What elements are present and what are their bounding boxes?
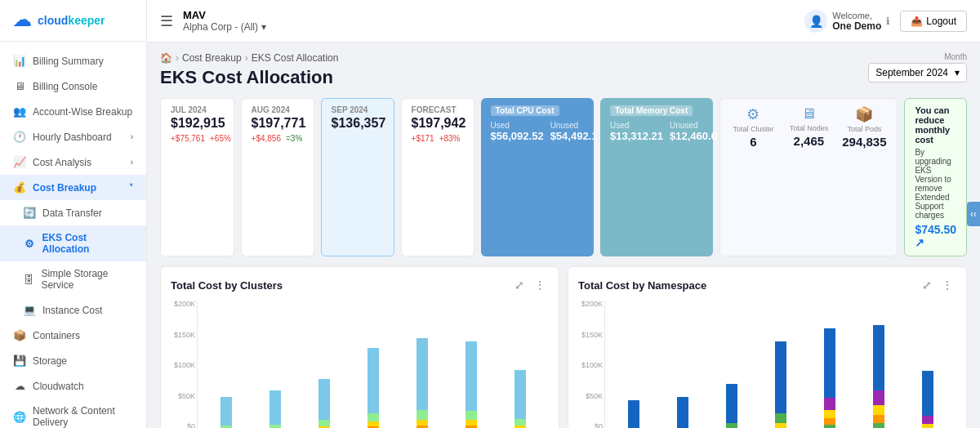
unused-label: Unused [550, 121, 598, 130]
left-chart-panel: Total Cost by Clusters ⤢ ⋮ $200K $150K $… [160, 266, 559, 428]
sidebar-item-cloudwatch[interactable]: ☁ Cloudwatch [0, 373, 146, 399]
metric-card-forecast: FORECAST $197,942 +$171 +83% [401, 98, 474, 256]
bar-segment [416, 338, 428, 410]
sidebar-item-storage[interactable]: 💾 Storage [0, 348, 146, 373]
right-expand-button[interactable]: ‹‹ [967, 202, 980, 226]
more-button[interactable]: ⋮ [938, 277, 956, 293]
sidebar-item-network[interactable]: 🌐 Network & Content Delivery [0, 399, 146, 428]
sidebar-item-billing-console[interactable]: 🖥 Billing Console [0, 74, 146, 99]
mc-change: +$171 +83% [412, 134, 464, 143]
bar-segment [514, 419, 526, 426]
breadcrumb-level1[interactable]: Cost Breakup [182, 52, 242, 64]
cpu-card-title: Total CPU Cost [491, 105, 559, 116]
bar-segment [775, 423, 786, 428]
bar-segment [466, 411, 477, 420]
y-label: $0 [171, 422, 195, 428]
y-axis-right: $200K $150K $100K $50K $0 [578, 300, 603, 428]
expand-button[interactable]: ⤢ [919, 277, 935, 293]
sidebar-item-label: Hourly Dashboard [33, 132, 112, 143]
bar-segment [873, 415, 884, 423]
info-icon[interactable]: ℹ [886, 16, 890, 27]
more-button[interactable]: ⋮ [531, 277, 549, 293]
mc-period: JUL 2024 [171, 105, 224, 114]
left-chart-title: Total Cost by Clusters [171, 279, 283, 292]
sidebar-item-cost-analysis[interactable]: 📈 Cost Analysis › [0, 149, 146, 175]
used-label: Used [610, 121, 663, 130]
change-pct: +83% [439, 134, 461, 143]
metric-card-sep: SEP 2024 $136,357 [321, 98, 394, 256]
container-icon: 📦 [13, 329, 26, 341]
y-label: $200K [171, 300, 195, 308]
metric-card-aug: AUG 2024 $197,771 +$4,856 =3% [241, 98, 314, 256]
bar-segment [873, 390, 884, 405]
sep1: › [176, 52, 179, 64]
bar-segment [775, 413, 786, 423]
mc-value: $197,942 [412, 116, 464, 131]
sidebar-item-label: Cloudwatch [33, 381, 84, 392]
mc-value: $192,915 [171, 116, 224, 131]
bar-segment [677, 397, 688, 428]
bar-segment [416, 410, 428, 420]
sidebar-item-s3[interactable]: 🗄 Simple Storage Service [0, 261, 146, 297]
right-bars [604, 300, 956, 428]
avatar: 👤 [804, 10, 827, 33]
bar-segment [466, 420, 477, 426]
org-selector[interactable]: Alpha Corp - (All) ▾ [183, 21, 266, 33]
mc-period: AUG 2024 [252, 105, 304, 114]
welcome-block: Welcome, One Demo [832, 11, 881, 32]
sidebar-item-hourly-dashboard[interactable]: 🕐 Hourly Dashboard › [0, 124, 146, 149]
bar-group [857, 325, 901, 428]
header-brand: MAV Alpha Corp - (All) ▾ [183, 9, 266, 33]
mem-used: Used $13,312.21 [610, 121, 663, 142]
month-value: September 2024 [875, 67, 948, 78]
sidebar-item-containers[interactable]: 📦 Containers [0, 323, 146, 348]
bar-group [661, 397, 705, 428]
bar-segment [824, 398, 835, 410]
external-link-icon: ↗ [915, 236, 924, 249]
sidebar-item-instance-cost[interactable]: 💻 Instance Cost [0, 297, 146, 323]
sidebar-item-account-wise[interactable]: 👥 Account-Wise Breakup [0, 99, 146, 124]
home-icon[interactable]: 🏠 [160, 52, 172, 64]
bar-segment [368, 413, 379, 421]
cluster-label: Total Cluster [733, 125, 773, 133]
month-select-dropdown[interactable]: September 2024 ▾ [868, 63, 967, 82]
bar-segment [368, 348, 379, 413]
total-pods: 📦 Total Pods 294,835 [840, 105, 889, 249]
dropdown-icon: ▾ [261, 21, 266, 33]
right-chart-area: $200K $150K $100K $50K $0 [578, 300, 956, 428]
logout-button[interactable]: 📤 Logout [900, 11, 967, 32]
change-pct: +65% [210, 134, 231, 143]
sidebar-item-data-transfer[interactable]: 🔄 Data Transfer [0, 200, 146, 225]
logo-icon: ☁ [13, 10, 31, 31]
main-content: ☰ MAV Alpha Corp - (All) ▾ 👤 Welcome, On… [147, 0, 980, 428]
chart-icon: 📊 [13, 55, 26, 67]
breadcrumb-level2: EKS Cost Allocation [252, 52, 339, 64]
bar-segment [824, 410, 835, 418]
bar-segment [824, 328, 835, 398]
sidebar-item-billing-summary[interactable]: 📊 Billing Summary [0, 48, 146, 74]
chevron-down-icon: ˅ [129, 183, 133, 192]
mc-period: FORECAST [412, 105, 464, 114]
pods-value: 294,835 [842, 135, 886, 149]
change-abs: +$171 [412, 134, 434, 143]
sidebar-item-label: Network & Content Delivery [33, 405, 133, 428]
mem-inner: Used $13,312.21 Unused $12,460.6 [610, 121, 703, 142]
charts-row: Total Cost by Clusters ⤢ ⋮ $200K $150K $… [160, 266, 967, 428]
right-chart-actions: ⤢ ⋮ [919, 277, 956, 293]
bar-segment [466, 341, 477, 411]
logout-icon: 📤 [911, 16, 923, 27]
change-abs: +$4,856 [252, 134, 281, 143]
sidebar-item-eks[interactable]: ⚙ EKS Cost Allocation [0, 225, 146, 261]
bar-segment [922, 416, 933, 424]
bar-group [253, 390, 297, 428]
promo-value[interactable]: $745.50 ↗ [915, 223, 956, 249]
expand-button[interactable]: ⤢ [511, 277, 528, 293]
used-value: $13,312.21 [610, 130, 663, 142]
menu-button[interactable]: ☰ [160, 12, 173, 30]
logo-text: cloudkeeper [38, 14, 105, 27]
clock-icon: 🕐 [13, 131, 26, 143]
sidebar-item-label: EKS Cost Allocation [42, 232, 133, 255]
sidebar-item-cost-breakup[interactable]: 💰 Cost Breakup ˅ [0, 175, 146, 200]
sidebar-nav: 📊 Billing Summary 🖥 Billing Console 👥 Ac… [0, 42, 146, 428]
breadcrumb-title-block: 🏠 › Cost Breakup › EKS Cost Allocation E… [160, 52, 338, 98]
